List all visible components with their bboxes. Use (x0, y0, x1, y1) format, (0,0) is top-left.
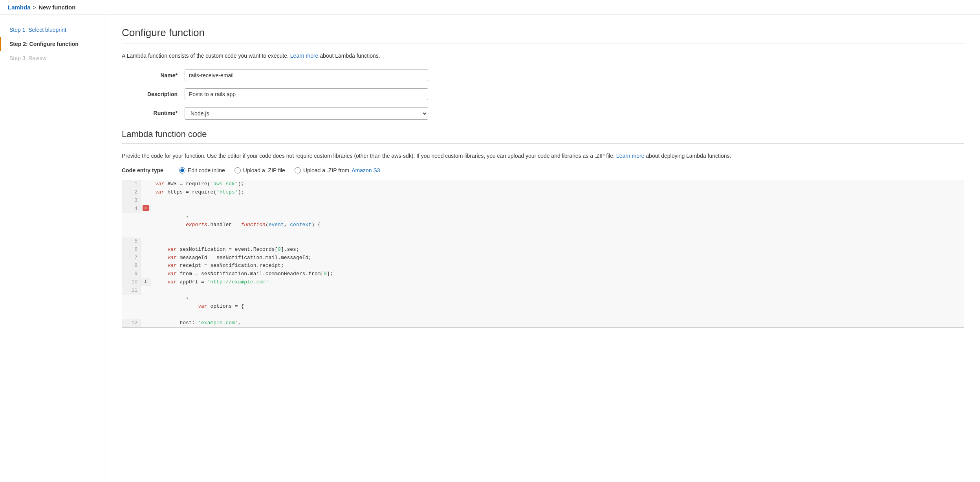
error-icon: ✕ (143, 205, 149, 211)
step3-label: Step 3: Review (9, 55, 46, 61)
line-num-9: 9 (122, 270, 141, 278)
main-content: Configure function A Lambda function con… (106, 15, 980, 480)
step2-label: Step 2: Configure function (9, 41, 79, 47)
page-title: Configure function (122, 27, 964, 39)
line-content-1: var AWS = require('aws-sdk'); (150, 180, 249, 188)
code-editor[interactable]: 1 var AWS = require('aws-sdk'); 2 var ht… (122, 180, 964, 327)
radio-s3-label: Upload a .ZIP from (303, 167, 349, 173)
code-line-8: 8 var receipt = sesNotification.receipt; (122, 262, 964, 270)
code-learn-more-link[interactable]: Learn more (616, 153, 645, 159)
step1-link[interactable]: Step 1: Select blueprint (9, 27, 66, 33)
runtime-field-row: Runtime* Node.js (122, 107, 964, 120)
sidebar-item-step2: Step 2: Configure function (0, 37, 106, 51)
line-content-7: var messageId = sesNotification.mail.mes… (150, 254, 316, 262)
radio-inline-input[interactable] (179, 167, 185, 173)
breadcrumb-current: New function (38, 4, 75, 11)
line-num-6: 6 (122, 246, 141, 254)
code-line-5: 5 (122, 237, 964, 246)
line-num-5: 5 (122, 237, 141, 246)
line-content-11: ▾ var options = { (150, 287, 249, 319)
code-line-12: 12 host: 'example.com', (122, 319, 964, 327)
line-content-4: ▾ exports.handler = function(event, cont… (150, 205, 325, 237)
info-icon: i (144, 278, 147, 286)
code-line-6: 6 var sesNotification = event.Records[0]… (122, 246, 964, 254)
line-num-3: 3 (122, 197, 141, 205)
name-input[interactable] (185, 69, 428, 81)
learn-more-link[interactable]: Learn more (290, 53, 319, 59)
runtime-label: Runtime* (122, 107, 185, 116)
line-content-8: var receipt = sesNotification.receipt; (150, 262, 289, 270)
line-content-6: var sesNotification = event.Records[0].s… (150, 246, 304, 254)
line-num-7: 7 (122, 254, 141, 262)
line-content-9: var from = sesNotification.mail.commonHe… (150, 270, 338, 278)
line-gutter-10: i (141, 278, 150, 286)
radio-inline-label: Edit code inline (188, 167, 225, 173)
code-line-4: 4 ✕ ▾ exports.handler = function(event, … (122, 205, 964, 237)
line-num-1: 1 (122, 180, 141, 188)
breadcrumb-bar: Lambda > New function (0, 0, 980, 15)
line-num-4: 4 (122, 205, 141, 213)
top-divider (122, 44, 964, 44)
sidebar: Step 1: Select blueprint Step 2: Configu… (0, 15, 106, 480)
line-num-10: 10 (122, 278, 141, 287)
code-line-3: 3 (122, 197, 964, 205)
amazon-s3-link[interactable]: Amazon S3 (352, 167, 380, 173)
radio-zip[interactable]: Upload a .ZIP file (234, 167, 285, 173)
fold-arrow-11[interactable]: ▾ (186, 296, 189, 301)
fold-arrow-4[interactable]: ▾ (186, 214, 189, 220)
line-num-8: 8 (122, 262, 141, 270)
name-field-row: Name* (122, 69, 964, 81)
line-num-2: 2 (122, 188, 141, 197)
radio-zip-input[interactable] (234, 167, 241, 173)
radio-inline[interactable]: Edit code inline (179, 167, 225, 173)
code-line-1: 1 var AWS = require('aws-sdk'); (122, 180, 964, 188)
breadcrumb-separator: > (33, 4, 37, 11)
main-layout: Step 1: Select blueprint Step 2: Configu… (0, 15, 980, 480)
code-entry-label: Code entry type (122, 167, 163, 173)
radio-s3-input[interactable] (295, 167, 301, 173)
code-description: Provide the code for your function. Use … (122, 152, 964, 160)
name-label: Name* (122, 69, 185, 79)
radio-s3[interactable]: Upload a .ZIP from Amazon S3 (295, 167, 380, 173)
description-label: Description (122, 88, 185, 97)
line-gutter-4: ✕ (141, 205, 150, 211)
code-line-2: 2 var https = require('https'); (122, 188, 964, 197)
sidebar-item-step3: Step 3: Review (0, 51, 106, 65)
code-line-7: 7 var messageId = sesNotification.mail.m… (122, 254, 964, 262)
code-section-title: Lambda function code (122, 129, 964, 139)
lambda-breadcrumb-link[interactable]: Lambda (8, 4, 31, 11)
line-num-12: 12 (122, 319, 141, 327)
runtime-select[interactable]: Node.js (185, 107, 428, 120)
description-field-row: Description (122, 88, 964, 100)
code-divider (122, 143, 964, 144)
intro-text: A Lambda function consists of the custom… (122, 52, 964, 60)
line-num-11: 11 (122, 287, 141, 295)
line-content-10: var appUrl = 'http://example.com' (150, 278, 273, 287)
code-line-10: 10 i var appUrl = 'http://example.com' (122, 278, 964, 287)
code-line-9: 9 var from = sesNotification.mail.common… (122, 270, 964, 278)
line-content-2: var https = require('https'); (150, 188, 249, 197)
radio-zip-label: Upload a .ZIP file (243, 167, 285, 173)
sidebar-item-step1[interactable]: Step 1: Select blueprint (0, 23, 106, 37)
code-entry-type-row: Code entry type Edit code inline Upload … (122, 167, 964, 173)
line-content-12: host: 'example.com', (150, 319, 245, 327)
code-line-11: 11 ▾ var options = { (122, 287, 964, 319)
description-input[interactable] (185, 88, 428, 100)
